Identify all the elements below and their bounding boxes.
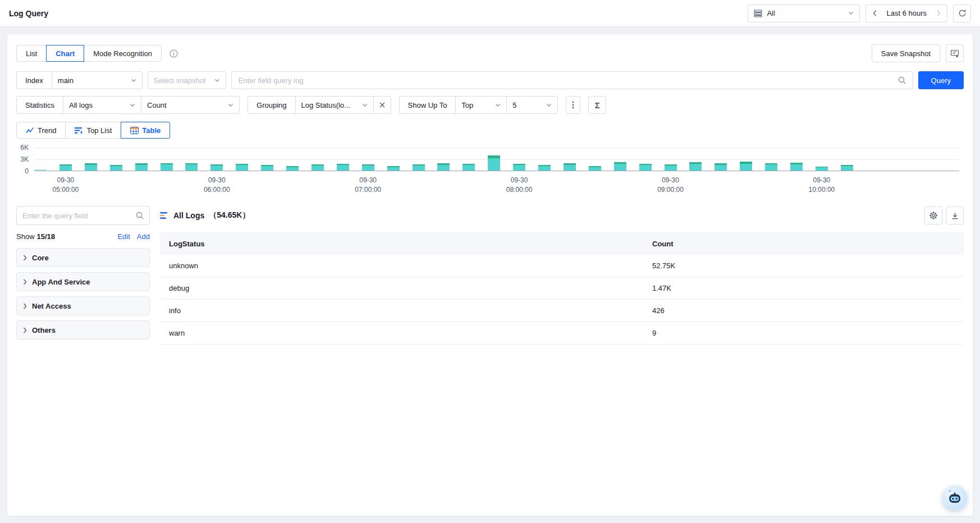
table-row[interactable]: warn9 [160,322,964,345]
chart-bar[interactable] [161,163,173,171]
tab-list[interactable]: List [16,45,47,62]
query-button[interactable]: Query [918,71,964,89]
edit-fields-link[interactable]: Edit [117,232,130,241]
x-axis-tick-label: 09-3010:00:00 [809,176,835,195]
chart-bar[interactable] [689,162,702,171]
time-next-button[interactable] [930,5,947,22]
chart-bar[interactable] [841,165,853,171]
snapshot-history-button[interactable] [946,44,964,62]
top-select[interactable]: Top [455,96,507,114]
chart-bar[interactable] [538,165,551,171]
x-axis-tick-label: 09-3005:00:00 [53,176,79,195]
chart-bar[interactable] [462,164,475,171]
chart-bar[interactable] [85,163,97,171]
chart-bar[interactable] [135,163,148,171]
remove-grouping-button[interactable] [373,96,391,114]
chart-bar-top-segment [740,162,752,164]
field-section-label: App And Service [32,278,90,286]
chart-bar[interactable] [236,164,248,171]
chart-bar[interactable] [261,165,273,171]
chart-bar[interactable] [564,163,576,171]
chart-plot-area [34,148,959,171]
cell-count: 9 [652,329,955,337]
index-select[interactable]: main [52,71,143,89]
chart-bar[interactable] [34,169,47,171]
download-button[interactable] [946,207,964,224]
chart-bar[interactable] [639,164,652,171]
y-tick-label: 3K [20,155,29,163]
grouping-select-value: Log Status(lo... [301,101,358,109]
chart-bar[interactable] [790,163,803,171]
time-range-label[interactable]: Last 6 hours [883,9,930,17]
chart-bar-top-segment [286,166,299,167]
chart-bar[interactable] [312,164,324,171]
chart-bar[interactable] [362,164,374,171]
chart-bar[interactable] [715,163,727,171]
chart-bar-top-segment [437,163,450,165]
chart-tab-table[interactable]: Table [121,122,170,139]
snapshot-select[interactable]: Select snapshot [148,71,226,89]
chart-bar[interactable] [765,163,777,171]
field-search-input[interactable] [22,212,131,220]
chart-tab-trend[interactable]: Trend [16,122,66,139]
statistics-label: Statistics [16,96,63,114]
chart-bar[interactable] [488,155,500,171]
limit-select[interactable]: 5 [506,96,558,114]
chart-bar[interactable] [59,164,72,171]
assistant-robot-button[interactable] [942,485,967,510]
all-logs-icon [160,212,169,219]
chart-bar[interactable] [210,164,223,171]
table-row[interactable]: unknown52.75K [160,255,964,277]
chart-tab-top-list[interactable]: Top List [65,122,121,139]
chart-tab-top-list-label: Top List [86,126,112,135]
sql-statistics-button[interactable]: Σ [588,96,606,114]
header-controls: All Last 6 hours [748,4,971,22]
chevron-down-icon [228,103,233,107]
add-field-link[interactable]: Add [137,232,150,241]
field-section-core[interactable]: Core [16,248,150,267]
chart-bar[interactable] [437,163,450,171]
topic-selector[interactable]: All [748,4,860,22]
table-row[interactable]: info426 [160,300,964,322]
chart-bar[interactable] [614,162,626,171]
chart-bar[interactable] [387,166,400,171]
chart-bar[interactable] [816,167,828,171]
chart-bar[interactable] [665,164,677,171]
field-query-input[interactable] [239,76,894,85]
results-table: LogStatus Count unknown52.75Kdebug1.47Ki… [160,232,964,345]
chart-bar[interactable] [337,164,349,171]
field-section-others[interactable]: Others [16,320,150,340]
chart-bar[interactable] [286,166,299,171]
chart-bar[interactable] [110,165,122,171]
results-total-count: （54.65K） [209,210,250,221]
chevron-down-icon [848,11,854,15]
refresh-button[interactable] [953,4,971,22]
statistics-metric-select[interactable]: Count [141,96,240,114]
show-up-to-label: Show Up To [399,96,456,114]
y-axis-labels: 6K 3K 0 [16,148,31,171]
table-settings-button[interactable] [924,207,942,224]
tab-chart[interactable]: Chart [46,45,84,62]
chart-bar[interactable] [740,162,752,171]
field-section-net-access[interactable]: Net Access [16,296,150,315]
gear-icon [929,211,938,220]
chart-bar[interactable] [513,164,525,171]
save-snapshot-button[interactable]: Save Snapshot [872,44,940,62]
search-icon[interactable] [136,212,144,219]
more-options-button[interactable] [566,96,580,114]
chart-bar[interactable] [589,166,601,171]
chart-bar[interactable] [413,164,425,171]
column-header-count[interactable]: Count [652,240,955,248]
time-prev-button[interactable] [866,5,883,22]
tab-mode-recognition[interactable]: Mode Recognition [84,45,162,62]
statistics-scope-select[interactable]: All logs [63,96,141,114]
chart-bar-top-segment [614,162,626,164]
field-section-app-and-service[interactable]: App And Service [16,272,150,291]
grouping-select[interactable]: Log Status(lo... [295,96,374,114]
info-icon[interactable] [170,49,178,58]
chevron-down-icon [495,103,501,107]
chart-bar[interactable] [185,163,198,171]
column-header-logstatus[interactable]: LogStatus [169,240,652,248]
table-row[interactable]: debug1.47K [160,277,964,300]
search-icon[interactable] [898,76,906,84]
